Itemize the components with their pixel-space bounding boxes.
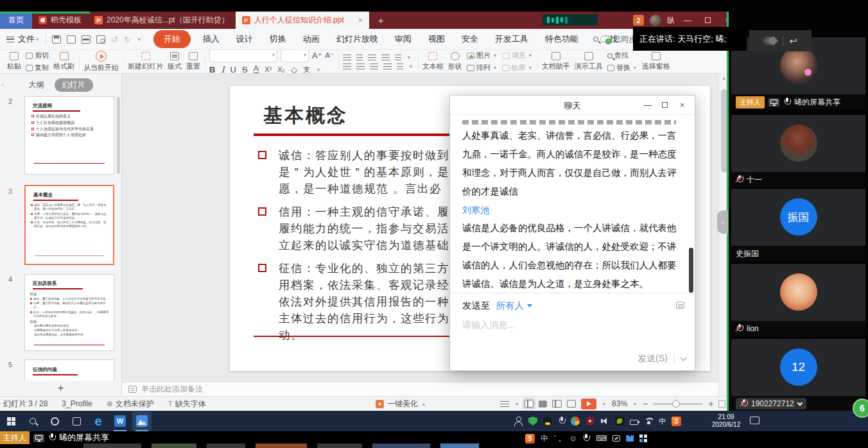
qq-tray-icon[interactable] [543, 417, 552, 426]
outline-button-disabled[interactable]: 轮廓▾ [502, 63, 533, 73]
quick-access-caret-icon[interactable]: ▾ [138, 37, 141, 42]
wifi-tray-icon[interactable] [644, 417, 653, 426]
add-slide-button[interactable]: + [0, 381, 121, 396]
reset-button[interactable]: 重置 [186, 52, 200, 71]
send-button[interactable]: 发送(S) [638, 353, 668, 365]
copy-button[interactable]: 复制 [26, 63, 49, 73]
meeting-float-toolbar[interactable]: ↩ [749, 30, 812, 51]
text-tool-button[interactable]: 支 [303, 65, 310, 74]
collapse-panel-icon[interactable]: ‹ [1, 80, 4, 88]
sogou-logo-icon[interactable]: S [525, 434, 535, 444]
underline-button[interactable]: U [230, 65, 236, 74]
font-family-select[interactable] [209, 50, 277, 62]
superscript-button[interactable]: X² [265, 65, 272, 73]
participant-tile[interactable]: 12 1902272712 [731, 339, 865, 411]
subscript-button[interactable]: X₂ [277, 65, 285, 73]
menu-features[interactable]: 特色功能 [537, 33, 587, 45]
undo-icon[interactable]: ↺ [111, 35, 118, 44]
fill-button-disabled[interactable]: 填充▾ [502, 51, 533, 60]
mic-tray-icon[interactable] [558, 417, 565, 426]
send-to-select[interactable]: 所有人 [496, 300, 525, 312]
numbered-list-icon[interactable] [356, 55, 363, 60]
tab-slides[interactable]: 幻灯片 [55, 78, 93, 92]
bullet-list-icon[interactable] [343, 55, 351, 60]
participant-tile[interactable]: 十一 [731, 115, 865, 187]
chat-maximize-button[interactable] [656, 100, 673, 110]
redo-icon[interactable]: ↻ [124, 35, 131, 44]
menu-animation[interactable]: 动画 [295, 33, 328, 45]
cut-button[interactable]: 剪切 [26, 51, 49, 60]
tab-document-1[interactable]: P2020年高校诚信...pt（国开行助贷） [88, 12, 236, 29]
save-icon[interactable] [52, 35, 61, 44]
taskbar-clock[interactable]: 21:09 2020/6/12 [709, 413, 743, 429]
font-color-button[interactable]: A [254, 65, 259, 74]
taskbar-search-button[interactable] [22, 411, 44, 431]
font-increase-button[interactable]: A⁺ [312, 51, 322, 60]
align-center-icon[interactable] [356, 64, 365, 69]
tab-home[interactable]: 首页 [0, 12, 32, 29]
cortana-button[interactable] [44, 411, 65, 431]
strikethrough-button[interactable]: S [242, 65, 248, 74]
voice-input-icon[interactable] [583, 434, 590, 443]
beautify-button[interactable]: ★一键美化▴ [376, 399, 426, 409]
find-button[interactable]: 查找 [607, 51, 638, 60]
tab-docer[interactable]: 稻壳模板 [32, 12, 88, 29]
zoom-slider-knob[interactable] [672, 400, 680, 408]
ime-punctuation-indicator[interactable]: ’， [554, 433, 564, 444]
speaker-tray-icon[interactable] [600, 417, 609, 426]
menu-security[interactable]: 安全 [453, 33, 487, 45]
print-preview-icon[interactable] [96, 35, 105, 44]
replace-button[interactable]: 替换▾ [607, 63, 638, 73]
zoom-slider[interactable] [653, 403, 703, 405]
highlight-button[interactable]: ◇ [291, 65, 297, 74]
start-button[interactable] [0, 411, 22, 431]
popout-icon[interactable] [676, 302, 684, 309]
antivirus-tray-icon[interactable] [528, 417, 537, 426]
ime-skin-icon[interactable] [626, 435, 634, 442]
slide-thumbnail-3-active[interactable]: 基本概念 诚信：答应别人的事要按时做到…是＂为人处世＂的基本原则…是一种道德规范… [24, 185, 114, 265]
menu-start-active[interactable]: 开始 [153, 30, 191, 48]
ime-grid-icon[interactable] [639, 435, 643, 438]
chat-input[interactable]: 请输入消息... [462, 320, 515, 331]
sogou-tray-icon[interactable]: S [672, 417, 681, 426]
panel-scrollbar[interactable] [117, 97, 120, 174]
slide-sorter-icon[interactable] [539, 401, 547, 408]
chat-titlebar[interactable]: 聊天 — × [450, 96, 695, 115]
sync-status[interactable]: 已同步 [600, 34, 636, 45]
new-tab-button[interactable]: + [369, 12, 393, 29]
line-spacing-icon[interactable] [395, 55, 401, 60]
participant-tile[interactable]: lion [731, 264, 865, 336]
input-language-indicator[interactable]: 中 [659, 417, 666, 426]
font-size-select[interactable] [281, 50, 309, 62]
menu-file[interactable]: 文件 [18, 33, 35, 45]
ime-toolbox-icon[interactable] [612, 435, 620, 442]
soft-keyboard-icon[interactable]: ⌨ [596, 434, 607, 443]
italic-button[interactable]: I [221, 65, 224, 74]
hamburger-icon[interactable] [6, 37, 14, 42]
send-options-caret-icon[interactable] [681, 355, 687, 361]
increase-indent-icon[interactable] [381, 55, 390, 60]
slide-thumbnail-4[interactable]: 区别及联系 区别： 诚信，属于道德范畴，人们在交往中自觉遵守的无形信条… 信用，… [24, 274, 114, 351]
align-right-icon[interactable] [370, 64, 378, 69]
distribute-icon[interactable] [397, 64, 403, 69]
justify-icon[interactable] [383, 64, 392, 69]
tab-outline[interactable]: 大纲 [29, 80, 44, 90]
selection-pane-button[interactable]: 选择窗格 [642, 52, 670, 71]
protection-status[interactable]: ⊗文档未保护 [107, 399, 154, 409]
print-icon[interactable] [82, 35, 91, 44]
chat-minimize-button[interactable]: — [639, 100, 656, 110]
picture-button[interactable]: 图片▾ [467, 51, 498, 60]
doc-assistant-button[interactable]: 文档助手 [542, 52, 570, 71]
format-painter-button[interactable]: 格式刷 [53, 52, 74, 71]
chat-sender[interactable]: 刘寒池 [462, 201, 682, 219]
close-tab-icon[interactable]: × [358, 16, 363, 25]
present-tools-button[interactable]: 演示工具 [575, 52, 603, 71]
tab-document-2-active[interactable]: P人行个人征信知识介绍.ppt× [236, 12, 369, 29]
notes-bar[interactable]: 单击此处添加备注 [122, 382, 718, 396]
return-arrow-icon[interactable]: ↩ [789, 35, 797, 47]
normal-view-icon[interactable] [525, 400, 534, 408]
zoom-in-button[interactable]: + [708, 399, 713, 409]
textbox-button[interactable]: 文本框 [422, 52, 444, 71]
nvidia-tray-icon[interactable] [615, 417, 624, 426]
menu-transition[interactable]: 切换 [261, 33, 295, 45]
